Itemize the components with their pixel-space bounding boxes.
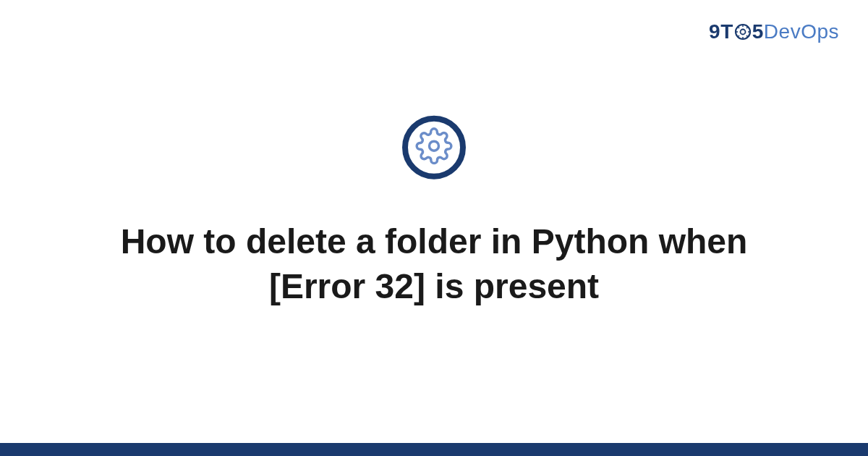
footer-bar bbox=[0, 443, 868, 456]
logo-text-devops: DevOps bbox=[764, 20, 839, 43]
svg-point-2 bbox=[430, 141, 439, 151]
logo-text-5: 5 bbox=[752, 20, 764, 43]
brand-logo: 9T 5DevOps bbox=[709, 20, 839, 43]
main-content: How to delete a folder in Python when [E… bbox=[0, 116, 868, 310]
svg-point-1 bbox=[740, 29, 745, 34]
gear-icon bbox=[415, 127, 453, 168]
page-title: How to delete a folder in Python when [E… bbox=[109, 219, 760, 310]
gear-icon bbox=[734, 23, 752, 41]
logo-text-9t: 9T bbox=[709, 20, 733, 43]
feature-icon-circle bbox=[402, 116, 466, 180]
